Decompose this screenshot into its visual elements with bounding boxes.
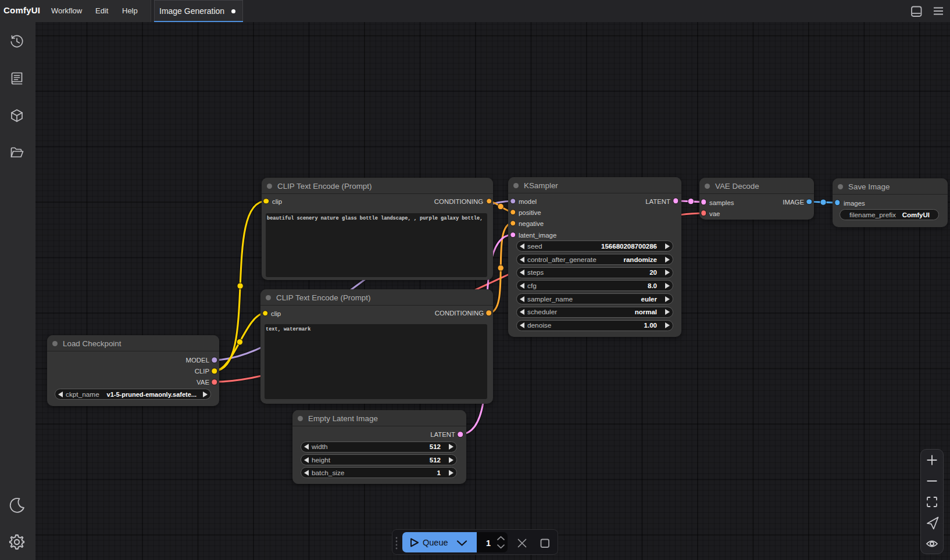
svg-text:Queue: Queue bbox=[423, 538, 448, 547]
svg-text:1: 1 bbox=[486, 539, 491, 548]
